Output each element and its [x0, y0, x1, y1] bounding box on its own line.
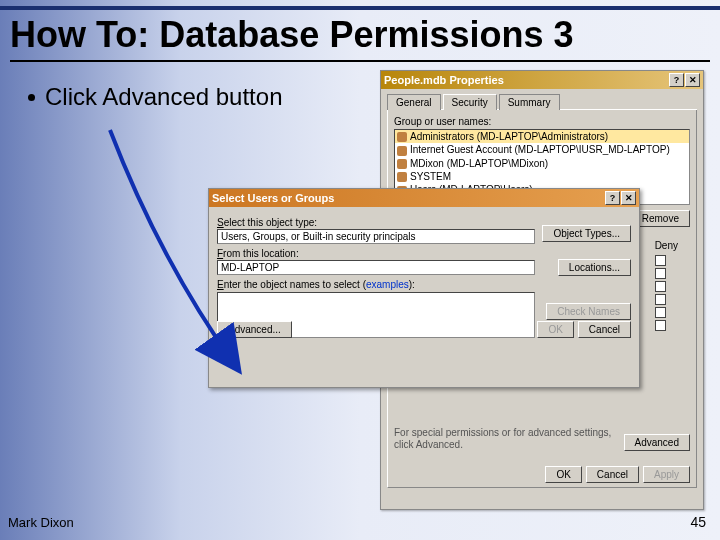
list-item[interactable]: SYSTEM — [395, 170, 689, 183]
select-bottom-buttons: Advanced... OK Cancel — [217, 321, 631, 338]
deny-checkbox[interactable] — [655, 307, 666, 318]
select-users-dialog: Select Users or Groups ? ✕ SSelect this … — [208, 188, 640, 388]
bullet-icon — [28, 94, 35, 101]
help-button[interactable]: ? — [605, 191, 620, 205]
list-item[interactable]: MDixon (MD-LAPTOP\MDixon) — [395, 157, 689, 170]
properties-bottom-buttons: OK Cancel Apply — [545, 466, 690, 483]
footer-page-number: 45 — [690, 514, 706, 530]
properties-advanced-button[interactable]: Advanced — [624, 434, 690, 451]
advanced-hint: For special permissions or for advanced … — [394, 427, 616, 451]
tab-general[interactable]: General — [387, 94, 441, 110]
properties-tabs: General Security Summary — [387, 93, 697, 110]
properties-title: People.mdb Properties — [384, 74, 668, 86]
location-field[interactable]: MD-LAPTOP — [217, 260, 535, 275]
tab-summary[interactable]: Summary — [499, 94, 560, 110]
apply-button[interactable]: Apply — [643, 466, 690, 483]
ok-button[interactable]: OK — [537, 321, 573, 338]
list-item[interactable]: Administrators (MD-LAPTOP\Administrators… — [395, 130, 689, 143]
close-button[interactable]: ✕ — [621, 191, 636, 205]
help-button[interactable]: ? — [669, 73, 684, 87]
deny-column: Deny — [655, 240, 678, 331]
location-label: From this location: — [217, 248, 631, 259]
user-icon — [397, 159, 407, 169]
deny-checkbox[interactable] — [655, 255, 666, 266]
select-title: Select Users or Groups — [212, 192, 604, 204]
select-body: SSelect this object type:elect this obje… — [209, 207, 639, 344]
footer-author: Mark Dixon — [8, 515, 74, 530]
user-group-icon — [397, 132, 407, 142]
deny-checkbox[interactable] — [655, 320, 666, 331]
cancel-button[interactable]: Cancel — [578, 321, 631, 338]
select-titlebar[interactable]: Select Users or Groups ? ✕ — [209, 189, 639, 207]
group-user-label: Group or user names: — [394, 116, 690, 127]
bullet-text: Click Advanced button — [45, 83, 282, 110]
slide-title: How To: Database Permissions 3 — [10, 14, 710, 62]
properties-titlebar[interactable]: People.mdb Properties ? ✕ — [381, 71, 703, 89]
check-names-button[interactable]: Check Names — [546, 303, 631, 320]
examples-link[interactable]: examples — [366, 279, 409, 290]
deny-checkbox[interactable] — [655, 294, 666, 305]
user-icon — [397, 172, 407, 182]
deny-checkbox[interactable] — [655, 268, 666, 279]
user-icon — [397, 146, 407, 156]
ok-button[interactable]: OK — [545, 466, 581, 483]
list-item[interactable]: Internet Guest Account (MD-LAPTOP\IUSR_M… — [395, 143, 689, 156]
deny-label: Deny — [655, 240, 678, 251]
object-names-label: Enter the object names to select (exampl… — [217, 279, 631, 290]
tab-security[interactable]: Security — [443, 94, 497, 110]
slide-bullet: Click Advanced button — [28, 82, 282, 112]
slide-divider — [0, 6, 720, 10]
object-types-button[interactable]: Object Types... — [542, 225, 631, 242]
object-type-field[interactable]: Users, Groups, or Built-in security prin… — [217, 229, 535, 244]
deny-checkbox[interactable] — [655, 281, 666, 292]
close-button[interactable]: ✕ — [685, 73, 700, 87]
locations-button[interactable]: Locations... — [558, 259, 631, 276]
cancel-button[interactable]: Cancel — [586, 466, 639, 483]
advanced-button[interactable]: Advanced... — [217, 321, 292, 338]
